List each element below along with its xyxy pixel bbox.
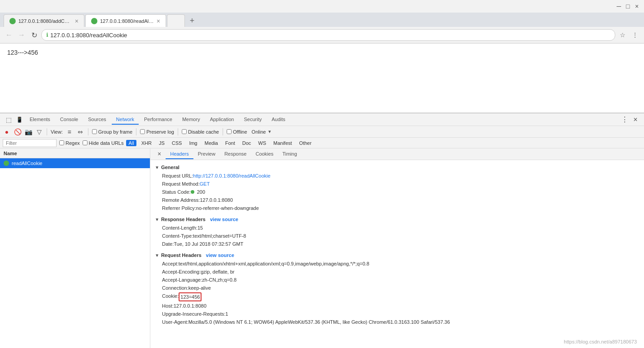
request-headers-section-header[interactable]: ▼ Request Headers view source [155, 251, 640, 260]
minimize-button[interactable]: ─ [615, 3, 622, 10]
filter-type-other[interactable]: Other [297, 140, 314, 146]
tab-close-2[interactable]: × [157, 17, 160, 25]
req-val-accept-encoding: gzip, deflate, br [201, 268, 234, 275]
response-headers-view-source[interactable]: view source [210, 217, 238, 222]
detail-row-method: Request Method GET [162, 180, 640, 188]
devtools-device-button[interactable]: 📱 [14, 115, 24, 125]
devtools-tab-console[interactable]: Console [56, 115, 83, 125]
request-item-readallcookie[interactable]: readAllCookie [0, 158, 150, 168]
filter-type-doc[interactable]: Doc [240, 140, 254, 146]
devtools-tab-audits[interactable]: Audits [267, 115, 290, 125]
filter-type-xhr[interactable]: XHR [139, 140, 154, 146]
devtools-tab-memory[interactable]: Memory [178, 115, 205, 125]
remote-value: 127.0.0.1:8080 [200, 196, 232, 204]
details-tab-headers[interactable]: Headers [166, 149, 193, 159]
req-key-upgrade: Upgrade-Insecure-Requests [162, 310, 225, 318]
status-key: Status Code [162, 188, 191, 196]
url-value: http://127.0.0.1:8080/readAllCookie [193, 172, 270, 179]
general-arrow: ▼ [155, 165, 159, 170]
view-list-button[interactable]: ≡ [66, 128, 74, 136]
req-key-accept-encoding: Accept-Encoding [162, 268, 201, 275]
hide-data-urls-checkbox[interactable]: Hide data URLs [83, 140, 124, 146]
filter-type-img[interactable]: Img [187, 140, 199, 146]
devtools-close-button[interactable]: × [631, 115, 640, 125]
general-section-header[interactable]: ▼ General [155, 163, 640, 172]
title-bar: ─ □ × [0, 0, 644, 13]
referrer-value: no-referrer-when-downgrade [196, 204, 259, 212]
disable-cache-checkbox[interactable]: Disable cache [182, 129, 219, 135]
req-header-accept-language: Accept-Language zh-CN,zh;q=0.8 [162, 276, 640, 284]
details-tab-response[interactable]: Response [220, 149, 251, 159]
tab-bar: 127.0.0.1:8080/addCoo... × 127.0.0.1:808… [0, 13, 644, 27]
maximize-button[interactable]: □ [624, 3, 631, 10]
response-headers-section-body: Content-Length 15 Content-Type text/html… [155, 224, 640, 251]
tab-close-1[interactable]: × [75, 17, 79, 25]
close-button[interactable]: × [633, 3, 640, 10]
offline-checkbox[interactable]: Offline [227, 129, 247, 135]
response-headers-section-header[interactable]: ▼ Response Headers view source [155, 215, 640, 224]
page-content: 123--->456 [0, 44, 644, 113]
rh-val-1: text/html;charset=UTF-8 [193, 232, 246, 239]
toolbar-separator-5 [223, 128, 223, 135]
filter-type-media[interactable]: Media [202, 140, 220, 146]
details-tab-preview[interactable]: Preview [193, 149, 220, 159]
devtools-panel: ⬚ 📱 Elements Console Sources Network Per… [0, 113, 644, 348]
browser-tab-2[interactable]: 127.0.0.1:8080/readAll... × [85, 14, 166, 27]
menu-button[interactable]: ⋮ [630, 30, 640, 40]
filter-type-css[interactable]: CSS [170, 140, 184, 146]
filter-type-manifest[interactable]: Manifest [271, 140, 294, 146]
req-key-cookie: Cookie [162, 292, 179, 301]
browser-tab-3[interactable] [167, 14, 185, 27]
refresh-button[interactable]: ↻ [29, 30, 39, 40]
devtools-more-button[interactable]: ⋮ [620, 115, 630, 125]
devtools-tab-network[interactable]: Network [112, 115, 139, 125]
devtools-tab-performance[interactable]: Performance [140, 115, 177, 125]
detail-row-status: Status Code 200 [162, 188, 640, 196]
detail-row-remote: Remote Address 127.0.0.1:8080 [162, 196, 640, 204]
filter-type-js[interactable]: JS [157, 140, 167, 146]
filter-button[interactable]: ▽ [35, 128, 43, 136]
request-headers-arrow: ▼ [155, 253, 159, 258]
devtools-tab-application[interactable]: Application [206, 115, 239, 125]
throttle-dropdown[interactable]: ▾ [268, 129, 271, 135]
req-key-accept: Accept [162, 260, 179, 267]
details-tab-timing[interactable]: Timing [278, 149, 302, 159]
referrer-key: Referrer Policy [162, 204, 196, 212]
view-detail-button[interactable]: ⇔ [76, 128, 84, 136]
request-item-name: readAllCookie [12, 161, 146, 166]
back-button[interactable]: ← [4, 30, 14, 40]
bookmark-button[interactable]: ☆ [617, 30, 628, 40]
details-content: ▼ General Request URL http://127.0.0.1:8… [150, 160, 644, 348]
regex-checkbox[interactable]: Regex [59, 140, 80, 146]
browser-tab-1[interactable]: 127.0.0.1:8080/addCoo... × [4, 14, 84, 27]
filter-type-font[interactable]: Font [223, 140, 237, 146]
preserve-log-checkbox[interactable]: Preserve log [140, 129, 174, 135]
tab-favicon-2 [91, 18, 97, 24]
new-tab-button[interactable]: + [186, 14, 198, 27]
record-button[interactable]: ● [3, 128, 11, 136]
method-value: GET [200, 180, 210, 187]
network-body: Name readAllCookie × Headers Preview Res… [0, 148, 644, 348]
filter-type-ws[interactable]: WS [256, 140, 268, 146]
devtools-tab-elements[interactable]: Elements [25, 115, 55, 125]
address-bar: ← → ↻ ℹ ☆ ⋮ [0, 27, 644, 43]
toolbar-separator-2 [88, 128, 88, 135]
forward-button[interactable]: → [16, 30, 27, 40]
filter-input[interactable] [3, 139, 57, 147]
details-tab-cookies[interactable]: Cookies [251, 149, 278, 159]
method-key: Request Method [162, 180, 200, 187]
filter-type-all[interactable]: All [126, 140, 136, 146]
address-input[interactable] [50, 32, 610, 39]
details-close-x[interactable]: × [153, 148, 166, 160]
req-header-connection: Connection keep-alive [162, 284, 640, 292]
tab-favicon-1 [9, 18, 16, 24]
clear-button[interactable]: 🚫 [13, 128, 22, 136]
devtools-tab-sources[interactable]: Sources [83, 115, 110, 125]
devtools-inspect-button[interactable]: ⬚ [4, 115, 13, 125]
remote-key: Remote Address [162, 196, 200, 204]
online-label: Online [252, 129, 266, 135]
group-by-frame-checkbox[interactable]: Group by frame [92, 129, 132, 135]
camera-button[interactable]: 📷 [24, 128, 32, 136]
devtools-tab-security[interactable]: Security [239, 115, 266, 125]
request-headers-view-source[interactable]: view source [206, 252, 234, 258]
